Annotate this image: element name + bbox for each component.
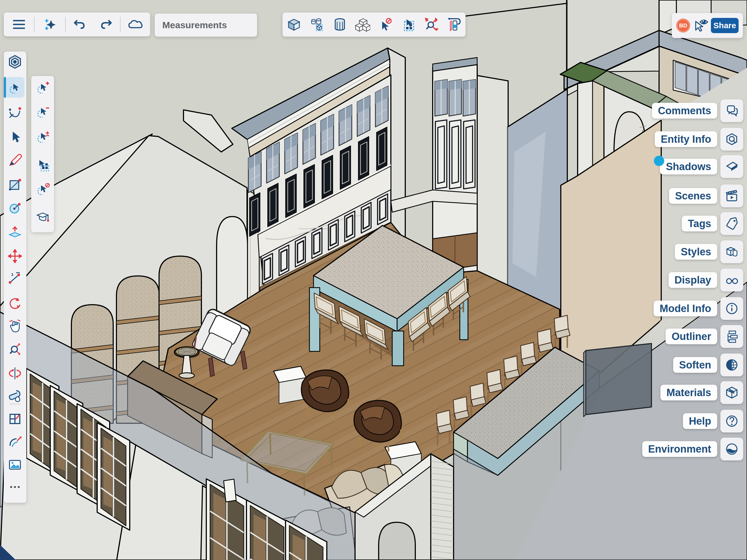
svg-text:3: 3 [11, 272, 13, 277]
